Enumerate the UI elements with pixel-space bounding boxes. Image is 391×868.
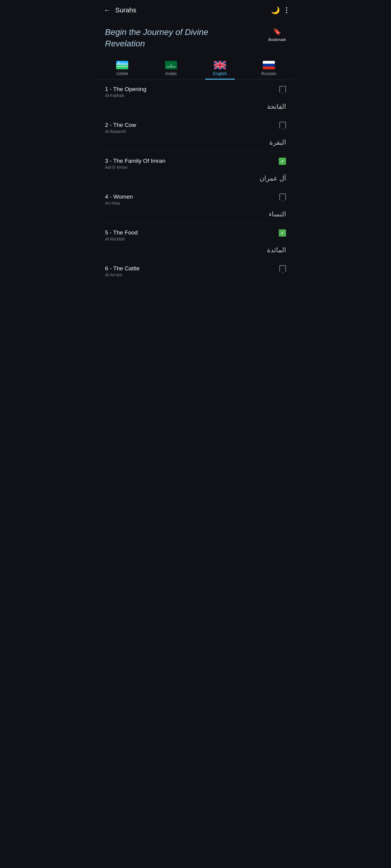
surah-arabic-3: آل عمران [105,175,286,182]
russian-flag [263,61,275,69]
bookmark-icon-1[interactable] [279,86,286,94]
svg-rect-2 [116,64,128,65]
more-dot-2 [286,10,287,11]
surah-title-2: 2 - The Cow [105,122,136,128]
tab-english[interactable]: English [196,59,244,80]
english-flag [214,61,226,69]
surah-header-4: 4 - Women An-Nisa [105,193,286,206]
english-label: English [213,71,227,76]
surah-header-5: 5 - The Food Al-Ma'idah [105,229,286,241]
hero-section: Begin the Journey of Divine Revelation 🔖… [98,18,293,56]
surah-subtitle-1: Al-Fatihah [105,93,146,98]
uzbek-label: Uzbek [116,71,128,76]
bookmark-icon-4[interactable] [279,193,286,201]
surah-item-5[interactable]: 5 - The Food Al-Ma'idah المائدة [98,223,293,259]
tab-uzbek[interactable]: ✦✦✦ Uzbek [98,59,147,80]
surah-arabic-5: المائدة [105,246,286,254]
bookmark-icon-5[interactable] [279,229,286,237]
svg-rect-3 [116,65,128,69]
tab-russian[interactable]: Russian [244,59,293,80]
svg-rect-4 [116,64,128,64]
more-dot-1 [286,7,287,8]
hero-title: Begin the Journey of Divine Revelation [105,27,214,50]
svg-rect-23 [263,61,275,64]
surah-title-3: 3 - The Family Of Imran [105,158,165,164]
app-header: ← Surahs 🌙 [98,0,293,18]
svg-rect-5 [116,66,128,67]
surah-left-1: 1 - The Opening Al-Fatihah [105,86,146,98]
bookmark-button[interactable]: 🔖 Bookmark [268,27,286,42]
arabic-flag: يَّة [165,61,177,69]
svg-point-7 [119,61,120,63]
surah-list: 1 - The Opening Al-Fatihah الفاتحة 2 - T… [98,80,293,284]
surah-arabic-1: الفاتحة [105,103,286,111]
surah-header-3: 3 - The Family Of Imran Aal-E-Imran [105,158,286,170]
surah-item-3[interactable]: 3 - The Family Of Imran Aal-E-Imran آل ع… [98,152,293,187]
surah-left-2: 2 - The Cow Al-Baqarah [105,122,136,134]
header-left: ← Surahs [104,6,136,14]
surah-item-2[interactable]: 2 - The Cow Al-Baqarah البقرة [98,116,293,152]
surah-subtitle-3: Aal-E-Imran [105,165,165,170]
page-title: Surahs [115,6,136,14]
bookmark-label: Bookmark [268,37,286,42]
arabic-label: Arabic [165,71,177,76]
surah-subtitle-4: An-Nisa [105,201,133,206]
bookmark-icon-3[interactable] [279,158,286,165]
surah-left-4: 4 - Women An-Nisa [105,193,133,206]
surah-title-5: 5 - The Food [105,229,138,236]
moon-icon[interactable]: 🌙 [271,6,280,14]
surah-header-1: 1 - The Opening Al-Fatihah [105,86,286,98]
surah-header-2: 2 - The Cow Al-Baqarah [105,122,286,134]
russian-label: Russian [261,71,277,76]
surah-title-1: 1 - The Opening [105,86,146,93]
surah-item-1[interactable]: 1 - The Opening Al-Fatihah الفاتحة [98,80,293,116]
header-right: 🌙 [271,6,287,14]
surah-subtitle-6: Al-An'am [105,273,140,277]
uzbek-flag: ✦✦✦ [116,61,128,69]
surah-subtitle-2: Al-Baqarah [105,129,136,134]
surah-title-4: 4 - Women [105,193,133,200]
more-dot-3 [286,12,287,13]
surah-title-6: 6 - The Cattle [105,265,140,272]
back-button[interactable]: ← [104,6,110,14]
bookmark-icon-6[interactable] [279,265,286,273]
surah-left-5: 5 - The Food Al-Ma'idah [105,229,138,241]
bookmark-icon-2[interactable] [279,122,286,130]
more-menu-button[interactable] [286,7,287,13]
bookmark-icon: 🔖 [273,28,281,36]
svg-rect-20 [214,64,226,66]
surah-arabic-2: البقرة [105,138,286,147]
surah-item-4[interactable]: 4 - Women An-Nisa النساء [98,187,293,223]
surah-item-6[interactable]: 6 - The Cattle Al-An'am [98,259,293,284]
language-tabs: ✦✦✦ Uzbek يَّة Arabic [98,56,293,80]
svg-text:يَّة: يَّة [170,64,172,66]
svg-text:✦✦✦: ✦✦✦ [121,62,124,63]
surah-subtitle-5: Al-Ma'idah [105,237,138,241]
surah-arabic-4: النساء [105,210,286,218]
surah-header-6: 6 - The Cattle Al-An'am [105,265,286,277]
surah-left-6: 6 - The Cattle Al-An'am [105,265,140,277]
tab-arabic[interactable]: يَّة Arabic [147,59,196,80]
surah-left-3: 3 - The Family Of Imran Aal-E-Imran [105,158,165,170]
